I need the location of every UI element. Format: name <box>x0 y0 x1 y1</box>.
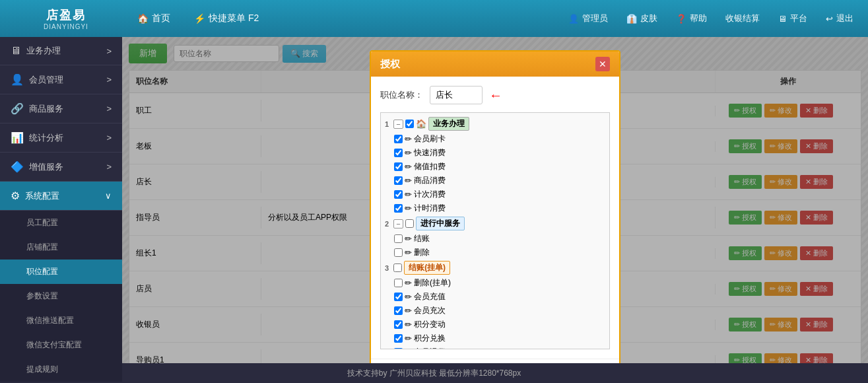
sidebar-item-会员管理[interactable]: 👤会员管理> <box>0 65 122 94</box>
logout-icon: ↩ <box>826 14 833 24</box>
permission-tree[interactable]: 1−🏠业务办理✏会员刷卡✏快速消费✏储值扣费✏商品消费✏计次消费✏计时消费2−进… <box>380 112 610 349</box>
leaf-icon: ✏ <box>405 176 412 186</box>
quick-icon: ⚡ <box>194 13 205 24</box>
tree-checkbox[interactable] <box>394 234 403 243</box>
leaf-icon: ✏ <box>405 306 412 316</box>
tree-item: 1−🏠业务办理 <box>384 116 607 132</box>
main-layout: 🖥业务办理>👤会员管理>🔗商品服务>📊统计分析>🔷增值服务>⚙系统配置∨员工配置… <box>0 37 868 363</box>
modal-header: 授权 ✕ <box>371 52 619 77</box>
tree-label: 会员充次 <box>414 305 446 316</box>
nav-home[interactable]: 🏠 首页 <box>125 7 182 30</box>
sidebar-sub-item-参数设置[interactable]: 参数设置 <box>0 284 122 308</box>
leaf-icon: ✏ <box>405 320 412 330</box>
tree-checkbox[interactable] <box>394 320 403 329</box>
tree-checkbox[interactable] <box>394 190 403 199</box>
tree-label: 业务办理 <box>428 117 469 131</box>
admin-icon: 👤 <box>568 14 579 24</box>
help-icon: ❓ <box>676 14 686 24</box>
leaf-icon: ✏ <box>405 148 412 158</box>
tree-item: ✏商品消费 <box>384 174 607 188</box>
nav-help[interactable]: ❓ 帮助 <box>668 9 715 28</box>
nav-logout[interactable]: ↩ 退出 <box>818 9 861 28</box>
tree-checkbox[interactable] <box>393 263 402 272</box>
modal-title: 授权 <box>380 58 400 71</box>
logo: 店盈易 DIANYINGYI <box>7 7 125 30</box>
top-nav: 店盈易 DIANYINGYI 🏠 首页 ⚡ 快捷菜单 F2 👤 管理员 👔 皮肤… <box>0 0 868 37</box>
tree-label: 积分变动 <box>414 319 446 330</box>
sidebar-icon: 🔷 <box>11 160 24 173</box>
tree-checkbox[interactable] <box>394 306 403 315</box>
tree-checkbox[interactable] <box>394 176 403 185</box>
tree-item: ✏积分兑换 <box>384 331 607 345</box>
leaf-icon: ✏ <box>405 162 412 172</box>
tree-item: ✏储值扣费 <box>384 160 607 174</box>
sidebar-item-系统配置[interactable]: ⚙系统配置∨ <box>0 182 122 211</box>
skin-icon: 👔 <box>626 14 637 24</box>
tree-label: 积分兑换 <box>414 333 446 344</box>
nav-quick-menu[interactable]: ⚡ 快捷菜单 F2 <box>182 7 271 30</box>
folder-icon: 🏠 <box>416 119 426 129</box>
nav-cashier[interactable]: 收银结算 <box>718 9 768 28</box>
tree-checkbox[interactable] <box>405 120 414 128</box>
tree-label: 商品消费 <box>414 175 446 186</box>
tree-collapse-button[interactable]: − <box>393 219 403 228</box>
tree-label: 进行中服务 <box>416 217 465 230</box>
tree-label: 删除 <box>414 247 430 258</box>
nav-platform[interactable]: 🖥 平台 <box>770 9 815 28</box>
tree-item: 2−进行中服务 <box>384 215 607 232</box>
tree-label: 会员充值 <box>414 291 446 302</box>
red-arrow-icon: ← <box>489 88 502 103</box>
content-area: 新增 🔍 搜索 职位名称 操作 职工 ✏ 授权 ✏ 修 <box>122 37 868 363</box>
tree-collapse-button[interactable]: − <box>393 120 403 129</box>
platform-icon: 🖥 <box>778 14 787 24</box>
leaf-icon: ✏ <box>405 203 412 213</box>
tree-item: ✏结账 <box>384 232 607 246</box>
sidebar-icon: 🖥 <box>11 45 21 57</box>
modal-footer: 全选 保存 <box>371 359 619 363</box>
tree-label: 计次消费 <box>414 189 446 200</box>
tree-checkbox[interactable] <box>394 135 403 143</box>
tree-checkbox[interactable] <box>394 204 403 213</box>
sidebar-item-增值服务[interactable]: 🔷增值服务> <box>0 153 122 182</box>
footer: 技术支持by 广州贝应科技 最低分辨率1280*768px <box>0 363 868 383</box>
sidebar-sub-item-提成规则[interactable]: 提成规则 <box>0 357 122 382</box>
tree-label: 商品退货 <box>414 347 446 349</box>
tree-label: 计时消费 <box>414 203 446 214</box>
tree-item: ✏会员充值 <box>384 290 607 304</box>
tree-checkbox[interactable] <box>394 149 403 157</box>
tree-item: ✏删除(挂单) <box>384 276 607 290</box>
tree-checkbox[interactable] <box>394 248 403 257</box>
sidebar-sub-menu: 员工配置店铺配置职位配置参数设置微信推送配置微信支付宝配置提成规则 <box>0 211 122 382</box>
tree-checkbox[interactable] <box>394 334 403 343</box>
sidebar-sub-item-职位配置[interactable]: 职位配置 <box>0 260 122 284</box>
tree-checkbox[interactable] <box>394 348 403 349</box>
sidebar-items: 🖥业务办理>👤会员管理>🔗商品服务>📊统计分析>🔷增值服务>⚙系统配置∨员工配置… <box>0 37 122 382</box>
tree-checkbox[interactable] <box>394 293 403 301</box>
tree-checkbox[interactable] <box>394 162 403 171</box>
sidebar-item-业务办理[interactable]: 🖥业务办理> <box>0 37 122 65</box>
sidebar-item-商品服务[interactable]: 🔗商品服务> <box>0 94 122 123</box>
sidebar-sub-item-微信支付宝配置[interactable]: 微信支付宝配置 <box>0 333 122 357</box>
leaf-icon: ✏ <box>405 333 412 343</box>
sidebar-icon: 📊 <box>11 131 24 144</box>
sidebar-sub-item-微信推送配置[interactable]: 微信推送配置 <box>0 308 122 333</box>
leaf-icon: ✏ <box>405 248 412 258</box>
nav-right: 👤 管理员 👔 皮肤 ❓ 帮助 收银结算 🖥 平台 ↩ 退出 <box>560 9 861 28</box>
modal-body: 职位名称： 店长 ← 1−🏠业务办理✏会员刷卡✏快速消费✏储值扣费✏商品消费✏计… <box>371 77 619 359</box>
sidebar: 🖥业务办理>👤会员管理>🔗商品服务>📊统计分析>🔷增值服务>⚙系统配置∨员工配置… <box>0 37 122 363</box>
sidebar-item-统计分析[interactable]: 📊统计分析> <box>0 123 122 153</box>
sidebar-sub-item-员工配置[interactable]: 员工配置 <box>0 211 122 235</box>
tree-item: ✏商品退货 <box>384 345 607 349</box>
tree-item: 3结账(挂单) <box>384 260 607 276</box>
modal-close-button[interactable]: ✕ <box>595 57 610 71</box>
leaf-icon: ✏ <box>405 278 412 288</box>
tree-label: 快速消费 <box>414 147 446 158</box>
sidebar-sub-item-店铺配置[interactable]: 店铺配置 <box>0 235 122 260</box>
tree-item: ✏会员充次 <box>384 304 607 318</box>
tree-checkbox[interactable] <box>394 279 403 287</box>
nav-admin[interactable]: 👤 管理员 <box>560 9 616 28</box>
tree-checkbox[interactable] <box>405 219 414 228</box>
nav-skin[interactable]: 👔 皮肤 <box>618 9 665 28</box>
sidebar-icon: ⚙ <box>11 190 20 202</box>
tree-item: ✏积分变动 <box>384 318 607 331</box>
